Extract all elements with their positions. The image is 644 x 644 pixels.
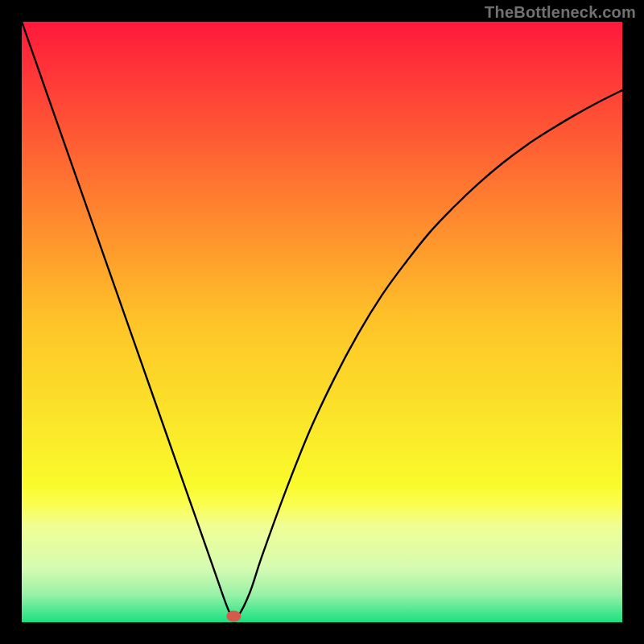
optimum-marker	[226, 611, 241, 622]
gradient-background	[22, 22, 622, 622]
attribution-text: TheBottleneck.com	[485, 3, 636, 22]
chart-svg	[22, 22, 622, 622]
plot-area	[22, 22, 622, 622]
chart-frame: TheBottleneck.com	[0, 0, 644, 644]
